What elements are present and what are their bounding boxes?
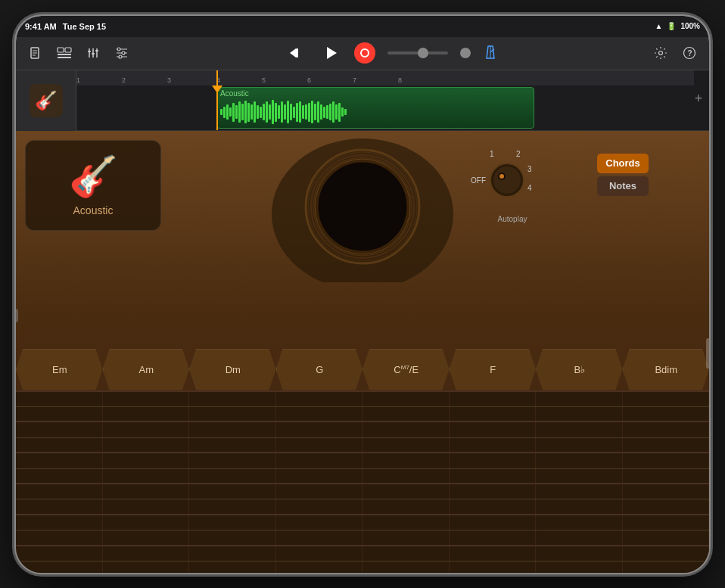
ruler-mark-2: 2 xyxy=(122,76,126,84)
new-song-button[interactable] xyxy=(25,42,46,64)
track-header[interactable]: 🎸 xyxy=(16,70,76,131)
string-line xyxy=(16,406,709,407)
waveform-bar xyxy=(238,101,241,123)
ruler-mark-5: 5 xyxy=(262,76,266,84)
string-line xyxy=(16,561,709,562)
svg-marker-20 xyxy=(290,48,296,58)
mode-buttons: Chords Notes xyxy=(597,154,649,196)
record-indicator xyxy=(360,48,369,58)
autoplay-knob-area: 1 2 3 4 OFF xyxy=(467,150,558,210)
toolbar: ? xyxy=(16,37,709,70)
chord-btn-f[interactable]: F xyxy=(450,349,537,390)
instrument-large-icon: 🎸 xyxy=(69,154,118,200)
svg-point-17 xyxy=(117,48,120,51)
playhead-marker xyxy=(212,86,222,93)
waveform-bar xyxy=(254,101,256,123)
help-button[interactable]: ? xyxy=(679,42,700,64)
mixer-button[interactable] xyxy=(82,42,104,64)
device-frame: 9:41 AM Tue Sep 15 ▲ 🔋 100% xyxy=(14,14,711,574)
fret-row-6[interactable] xyxy=(16,545,709,574)
autoplay-panel: 1 2 3 4 OFF Autoplay xyxy=(467,150,558,223)
master-volume-knob[interactable] xyxy=(460,48,471,58)
svg-point-32 xyxy=(317,161,408,252)
chord-row: Em Am Dm G CM7/E F B♭ Bdim xyxy=(16,349,709,390)
string-line xyxy=(16,468,709,469)
waveform-bar xyxy=(247,103,250,122)
toolbar-right: ? xyxy=(650,42,700,64)
svg-rect-6 xyxy=(58,54,71,55)
status-left: 9:41 AM Tue Sep 15 xyxy=(25,22,106,31)
tempo-thumb xyxy=(418,48,428,58)
waveform-bar xyxy=(235,105,238,119)
ruler-mark-1: 1 xyxy=(76,76,80,84)
svg-rect-12 xyxy=(92,53,95,54)
ruler-mark-3: 3 xyxy=(167,76,171,84)
gear-button[interactable] xyxy=(650,42,671,64)
fret-row-4[interactable] xyxy=(16,483,709,514)
instrument-panel[interactable]: 🎸 Acoustic xyxy=(25,140,161,231)
waveform-bar xyxy=(223,107,226,118)
side-indicator xyxy=(706,338,711,369)
notes-mode-button[interactable]: Notes xyxy=(597,176,649,196)
svg-text:?: ? xyxy=(688,49,692,58)
chord-btn-em[interactable]: Em xyxy=(16,349,103,390)
svg-rect-11 xyxy=(88,51,91,52)
autoplay-label-4: 4 xyxy=(527,184,532,192)
svg-point-26 xyxy=(659,51,663,55)
chord-btn-g[interactable]: G xyxy=(276,349,363,390)
svg-point-39 xyxy=(499,174,504,179)
settings-sliders-button[interactable] xyxy=(111,42,132,64)
waveform-bar xyxy=(226,104,229,120)
toolbar-center xyxy=(140,42,643,64)
add-track-button[interactable]: + xyxy=(691,92,706,107)
autoplay-knob-svg[interactable] xyxy=(488,161,526,199)
wifi-icon: ▲ xyxy=(655,22,663,30)
chord-btn-bb[interactable]: B♭ xyxy=(536,349,623,390)
waveform-bar xyxy=(232,103,235,122)
status-right: ▲ 🔋 100% xyxy=(655,22,700,30)
string-line xyxy=(16,530,709,530)
waveform-bar xyxy=(241,104,244,120)
ruler-mark-6: 6 xyxy=(307,76,311,84)
fret-row-1[interactable] xyxy=(16,390,709,422)
battery-icon: 🔋 xyxy=(667,22,676,30)
playhead xyxy=(216,70,218,130)
fretboard[interactable] xyxy=(16,390,709,574)
play-button[interactable] xyxy=(319,42,342,64)
chord-btn-dm[interactable]: Dm xyxy=(189,349,276,390)
fret-row-3[interactable] xyxy=(16,452,709,483)
tempo-slider[interactable] xyxy=(387,51,448,54)
string-line xyxy=(16,437,709,438)
instrument-name-label: Acoustic xyxy=(73,204,114,216)
region-label: Acoustic xyxy=(217,88,534,99)
svg-point-18 xyxy=(122,51,125,54)
chord-btn-cm7e[interactable]: CM7/E xyxy=(362,349,450,390)
autoplay-label-off: OFF xyxy=(471,176,486,185)
waveform-bar xyxy=(229,107,232,117)
autoplay-label-3: 3 xyxy=(527,165,532,173)
svg-rect-13 xyxy=(95,50,98,51)
svg-rect-21 xyxy=(296,48,298,58)
instrument-area: 🎸 Acoustic 1 2 3 xyxy=(16,131,709,574)
status-time: 9:41 AM xyxy=(25,22,57,31)
tracks-button[interactable] xyxy=(54,42,75,64)
waveform-bar xyxy=(220,109,222,115)
status-bar: 9:41 AM Tue Sep 15 ▲ 🔋 100% xyxy=(16,16,709,37)
svg-rect-4 xyxy=(58,48,64,52)
rewind-button[interactable] xyxy=(285,42,307,64)
metronome-button[interactable] xyxy=(483,43,498,63)
fret-row-2[interactable] xyxy=(16,421,709,452)
fret-row-5[interactable] xyxy=(16,514,709,545)
string-line xyxy=(16,499,709,499)
record-button[interactable] xyxy=(354,42,375,64)
svg-point-19 xyxy=(119,55,122,58)
waveform-bar xyxy=(250,104,253,120)
status-date: Tue Sep 15 xyxy=(63,22,106,31)
battery-label: 100% xyxy=(680,22,700,30)
chord-btn-am[interactable]: Am xyxy=(103,349,190,390)
autoplay-label-2: 2 xyxy=(516,150,521,158)
waveform-bar xyxy=(344,109,347,115)
chord-btn-bdim[interactable]: Bdim xyxy=(623,349,710,390)
waveform-bar xyxy=(244,101,247,123)
chords-mode-button[interactable]: Chords xyxy=(597,154,649,173)
